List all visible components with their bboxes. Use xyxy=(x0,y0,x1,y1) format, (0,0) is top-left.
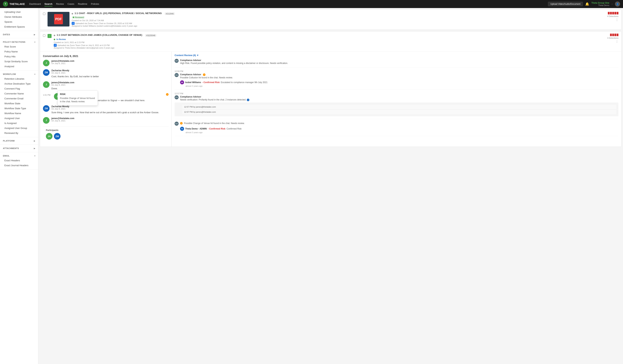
sidebar-item-spaces[interactable]: Spaces xyxy=(0,19,38,24)
main-content: PDF 1:1 CHAT - RISKY URLS: (2X) PERSONAL… xyxy=(38,8,623,364)
sub-name-4: Theta Demo - ADMIN xyxy=(185,127,207,130)
review-sub-2: IW Isobel Williams - Confirmed Risk Esca… xyxy=(180,80,619,87)
warning-icon-review2[interactable]: ! xyxy=(203,73,205,76)
risk-bar-c2-4 xyxy=(617,34,619,36)
sidebar-header-workflow[interactable]: WORKFLOW ▾ xyxy=(0,72,38,76)
logo-icon: T xyxy=(3,1,8,7)
info-icon-review3[interactable]: i xyxy=(247,99,249,101)
review-body-4: ! Possible Change of Venue hit found in … xyxy=(180,122,245,125)
user-avatar[interactable]: 👤 xyxy=(615,1,620,7)
card1-more-button[interactable]: ⋮ xyxy=(616,18,619,21)
bell-icon[interactable]: 🔔 xyxy=(585,2,589,6)
chat-message-6: J james@thetalake.com On July 8, 2021 xyxy=(43,117,169,124)
sidebar-header-dates[interactable]: DATES ▶ xyxy=(0,32,38,37)
sidebar-item-entitlement-spaces[interactable]: Entitlement Spaces xyxy=(0,24,38,29)
sidebar-item-is-assigned[interactable]: Is Assigned xyxy=(0,121,38,126)
card1-checkbox[interactable] xyxy=(43,13,45,15)
advisor-name-2: Compliance Advisor xyxy=(180,73,201,76)
top-navigation: T THETALAKE Dashboard Search Review Case… xyxy=(0,0,623,8)
chat-content-3: james@thetalake.com On July 8, 2021 Done… xyxy=(51,81,169,90)
nav-policies[interactable]: Policies xyxy=(91,2,99,6)
card2-more-button[interactable]: ⋮ xyxy=(616,40,619,43)
avatar-zacharias-1: ZM xyxy=(43,69,49,76)
content-review-header[interactable]: Content Review (6) ▾ xyxy=(175,54,619,57)
confirmed-risk-4: - Confirmed Risk xyxy=(208,127,225,130)
chat-text-3: Done. xyxy=(51,87,169,90)
sidebar-item-archive-destination[interactable]: Archive Destination Type xyxy=(0,81,38,86)
card2-up-arrow: ↑ xyxy=(47,34,52,38)
card2-status-dot xyxy=(54,39,55,40)
nav-realtime[interactable]: Realtime xyxy=(78,2,87,6)
card2-title: 1:1 CHAT BETWEEN ZACH AND JAMES (COLLUSI… xyxy=(57,34,142,36)
nav-review[interactable]: Review xyxy=(56,2,64,6)
sidebar-item-reviewed-by[interactable]: Reviewed By xyxy=(0,131,38,136)
sidebar-header-policy[interactable]: POLICY DETECTIONS ▾ xyxy=(0,40,38,44)
sidebar-header-email[interactable]: EMAIL ▾ xyxy=(0,154,38,158)
chevron-down-icon[interactable]: ▾ xyxy=(611,3,613,5)
user-comment-2: 12:57 PM by james@thetalake.com xyxy=(182,110,616,114)
card2-created: Created on Jul 8, 2021 at 2:23 PM xyxy=(54,41,605,43)
card2-checkbox[interactable] xyxy=(43,34,45,37)
zoom-icon-card1: Z xyxy=(72,22,75,25)
nav-right: Upload Video/Audio/Document 🔔 Theta Grou… xyxy=(548,1,620,7)
sidebar-header-attachments[interactable]: ATTACHMENTS ▶ xyxy=(0,146,38,150)
sidebar-item-uploading-user[interactable]: Uploading User xyxy=(0,9,38,14)
risk-bar-c2-3 xyxy=(614,34,616,36)
chat-date-1: On July 8, 2021 xyxy=(51,62,169,64)
risk-bar-3 xyxy=(612,12,614,14)
compliance-icon-1: CA xyxy=(175,59,178,63)
chat-content-1: james@thetalake.com On July 8, 2021 xyxy=(51,60,169,64)
sidebar-item-owner-attributes[interactable]: Owner Attributes xyxy=(0,14,38,19)
sidebar-item-risk-score[interactable]: Risk Score xyxy=(0,44,38,49)
warning-icon-review4[interactable]: ! xyxy=(180,122,183,124)
card2-status[interactable]: In Review xyxy=(54,38,66,40)
chevron-down-review-icon: ▾ xyxy=(197,54,198,57)
upload-button[interactable]: Upload Video/Audio/Document xyxy=(548,2,583,6)
sidebar-item-exact-headers[interactable]: Exact Headers xyxy=(0,158,38,163)
warning-icon-msg4[interactable]: ! xyxy=(166,93,169,96)
card1-right: 4 Detections ⋮ xyxy=(607,12,619,21)
sidebar-item-retention-libraries[interactable]: Retention Libraries xyxy=(0,76,38,81)
chat-message-1: J james@thetalake.com On July 8, 2021 xyxy=(43,60,169,66)
advisor-text-4: ! Possible Change of Venue hit found in … xyxy=(180,122,245,125)
sidebar-item-policy-hits[interactable]: Policy Hits xyxy=(0,54,38,59)
sidebar-item-commenter-name[interactable]: Commenter Name xyxy=(0,91,38,96)
chat-date-2: On July 8, 2021 xyxy=(51,72,169,74)
card1-risk-bars xyxy=(608,12,619,14)
chevron-down-policy-icon: ▾ xyxy=(34,41,35,43)
card1-upload-text: Uploaded via Zoom Team Chat on October 2… xyxy=(75,22,132,24)
card2-hash: #3225548 xyxy=(145,34,156,37)
nav-search[interactable]: Search xyxy=(44,2,52,6)
sidebar-item-assigned-user-group[interactable]: Assigned User Group xyxy=(0,126,38,131)
sidebar-item-workflow-state-type[interactable]: Workflow State Type xyxy=(0,106,38,111)
chat-panel: Conversation on July 8, 2021 J james@the… xyxy=(40,52,172,147)
status-green-dot xyxy=(73,17,74,18)
sidebar-item-assigned-user[interactable]: Assigned User xyxy=(0,116,38,121)
review-advisor-1: CA Compliance Advisor High Risk. Found p… xyxy=(175,59,619,65)
review-item-2: 12:56 PM CA Compliance Advisor ! Possibl… xyxy=(175,70,619,90)
sidebar-item-analyzed[interactable]: Analyzed xyxy=(0,64,38,69)
card2-right: 3 Detections ⋮ xyxy=(607,34,619,43)
sidebar-item-workflow-state[interactable]: Workflow State xyxy=(0,101,38,106)
review-body-2: Compliance Advisor ! Possible Collusion … xyxy=(180,73,233,79)
review-advisor-2: CA Compliance Advisor ! Possible Collusi… xyxy=(175,73,619,79)
sidebar-item-policy-name[interactable]: Policy Name xyxy=(0,49,38,54)
sidebar-item-commenter-email[interactable]: Commenter Email xyxy=(0,96,38,101)
sidebar-item-exact-journal-headers[interactable]: Exact Journal Headers xyxy=(0,163,38,168)
sidebar-item-script-similarity[interactable]: Script Similarity Score xyxy=(0,59,38,64)
nav-dashboard[interactable]: Dashboard xyxy=(29,2,41,6)
sidebar-item-workflow-name[interactable]: Workflow Name xyxy=(0,111,38,116)
sidebar-header-platform[interactable]: PLATFORM ▶ xyxy=(0,139,38,143)
chat-title: Conversation on July 8, 2021 xyxy=(43,55,169,58)
review-panel: Content Review (6) ▾ CA Compliance Advis… xyxy=(172,52,621,147)
card2-detections: 3 Detections xyxy=(607,37,619,39)
card2-assigned: Assigned to Theta Demo (thetalake+demo@g… xyxy=(54,47,605,49)
chat-sender-2: Zacharias Moody xyxy=(51,69,169,72)
card1-status-label: Reviewed xyxy=(75,16,84,19)
risk-bar-4 xyxy=(614,12,616,14)
card2-header: ↑ 1:1 CHAT BETWEEN ZACH AND JAMES (COLLU… xyxy=(40,31,621,52)
nav-cases[interactable]: Cases xyxy=(67,2,74,6)
compliance-icon-4: CA xyxy=(175,122,178,126)
sidebar-item-comment-flag[interactable]: Comment Flag xyxy=(0,86,38,91)
sidebar: Uploading User Owner Attributes Spaces E… xyxy=(0,8,38,364)
